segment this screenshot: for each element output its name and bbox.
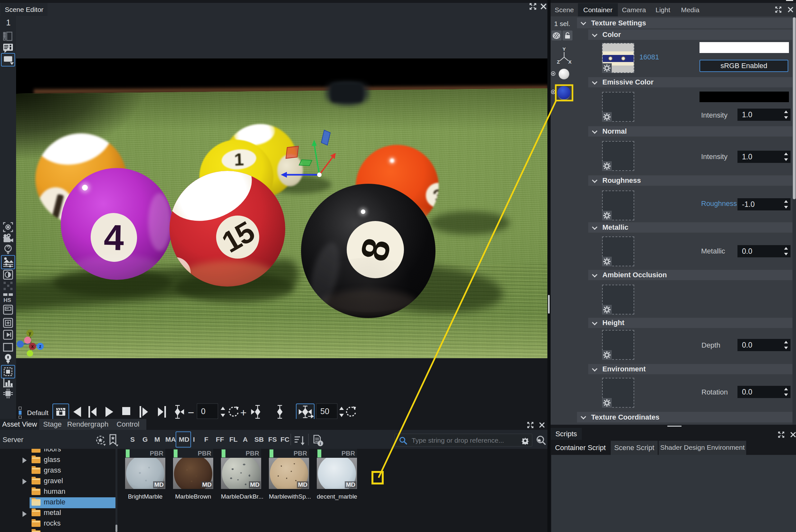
svg-text:i: i: [320, 441, 321, 446]
svg-text:x: x: [31, 344, 34, 349]
svg-text:HS: HS: [3, 297, 11, 303]
svg-text:y: y: [29, 330, 31, 336]
svg-text:X: X: [568, 59, 572, 64]
svg-text:Y: Y: [562, 47, 566, 52]
svg-text:z: z: [39, 344, 41, 349]
svg-text:Z: Z: [557, 59, 560, 64]
